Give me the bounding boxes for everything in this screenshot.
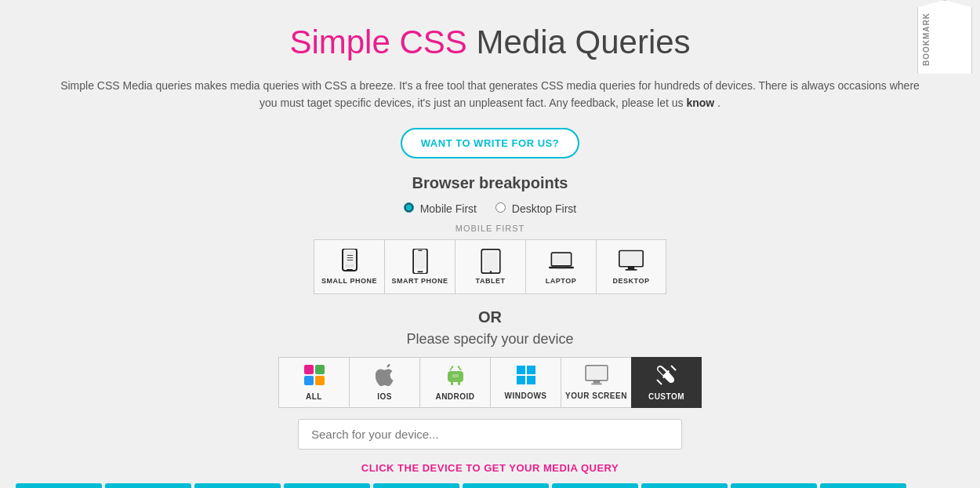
- svg-rect-35: [517, 366, 525, 374]
- svg-rect-37: [517, 376, 525, 384]
- svg-rect-16: [557, 268, 566, 268]
- svg-rect-24: [315, 376, 325, 385]
- os-your-screen-label: YOUR SCREEN: [565, 391, 627, 400]
- svg-text:☰: ☰: [346, 253, 353, 262]
- svg-rect-9: [418, 250, 422, 251]
- os-btn-android[interactable]: ANDROID: [419, 357, 490, 408]
- desktop-label: DESKTOP: [613, 277, 650, 285]
- os-ios-label: IOS: [377, 392, 392, 401]
- cta-button[interactable]: WANT TO WRITE FOR US?: [401, 128, 579, 158]
- os-windows-label: WINDOWS: [504, 391, 546, 400]
- list-item[interactable]: AsusZenBook: [105, 483, 191, 488]
- title-part2: Media Queries: [476, 24, 690, 60]
- laptop-label: LAPTOP: [546, 277, 576, 285]
- svg-rect-20: [625, 269, 637, 271]
- page-title: Simple CSS Media Queries: [16, 24, 964, 61]
- list-item[interactable]: MicrosoftSurface: [194, 483, 281, 488]
- svg-rect-2: [347, 269, 353, 271]
- svg-rect-11: [483, 252, 498, 271]
- svg-rect-36: [527, 366, 535, 374]
- breakpoint-radio-group: Mobile First Desktop First: [16, 202, 964, 216]
- desktop-icon: [619, 249, 644, 274]
- device-search-input[interactable]: [298, 419, 682, 450]
- desktop-first-radio[interactable]: [495, 202, 506, 213]
- windows-icon: [516, 365, 536, 388]
- mobile-first-label[interactable]: Mobile First: [404, 202, 480, 215]
- svg-rect-34: [452, 374, 459, 377]
- os-android-label: ANDROID: [435, 392, 474, 401]
- list-item[interactable]: HP Envy 13: [284, 483, 370, 488]
- smart-phone-label: SMART PHONE: [391, 277, 448, 285]
- svg-rect-7: [414, 252, 425, 268]
- small-phone-label: SMALL PHONE: [321, 277, 377, 285]
- os-custom-label: CUSTOM: [648, 392, 684, 401]
- os-btn-ios[interactable]: IOS: [349, 357, 419, 408]
- svg-rect-38: [527, 376, 535, 384]
- mobile-first-tag: MOBILE FIRST: [16, 224, 964, 233]
- os-filter-group: ALL IOS: [16, 357, 964, 408]
- svg-rect-40: [586, 366, 605, 379]
- os-btn-all[interactable]: ALL: [278, 357, 349, 408]
- desktop-first-label[interactable]: Desktop First: [495, 202, 576, 215]
- svg-rect-8: [417, 271, 423, 272]
- svg-rect-21: [304, 365, 314, 374]
- list-item[interactable]: Dell XPS 139350: [16, 483, 102, 488]
- ios-icon: [376, 364, 394, 389]
- svg-point-32: [451, 366, 452, 367]
- list-item[interactable]: HP Spectre13: [641, 483, 728, 488]
- tablet-btn[interactable]: TABLET: [455, 239, 525, 294]
- os-all-label: ALL: [306, 392, 322, 401]
- list-item[interactable]: MicrosoftSurface Pro: [820, 483, 906, 488]
- device-type-group: ☰ SMALL PHONE SMART PHONE: [16, 239, 964, 294]
- os-btn-windows[interactable]: WINDOWS: [490, 357, 561, 408]
- svg-rect-14: [553, 254, 570, 264]
- svg-point-33: [457, 366, 459, 367]
- svg-rect-23: [304, 376, 314, 385]
- all-icon: [303, 364, 325, 389]
- list-item[interactable]: Dell Inspiron15 7559: [373, 483, 459, 488]
- device-list: Dell XPS 139350 AsusZenBook MicrosoftSur…: [16, 483, 964, 488]
- svg-point-12: [489, 271, 492, 273]
- android-icon: [445, 364, 466, 389]
- tablet-icon: [478, 249, 503, 274]
- smart-phone-btn[interactable]: SMART PHONE: [384, 239, 455, 294]
- or-divider: OR: [16, 308, 964, 326]
- svg-rect-42: [591, 383, 602, 384]
- laptop-icon: [549, 249, 574, 274]
- small-phone-btn[interactable]: ☰ SMALL PHONE: [314, 239, 384, 294]
- svg-rect-41: [593, 381, 600, 383]
- tablet-label: TABLET: [476, 277, 506, 285]
- desktop-btn[interactable]: DESKTOP: [596, 239, 666, 294]
- know-link[interactable]: know: [686, 97, 714, 109]
- smart-phone-icon: [408, 249, 433, 274]
- mobile-first-radio[interactable]: [404, 202, 414, 213]
- os-btn-custom[interactable]: CUSTOM: [631, 357, 702, 408]
- svg-rect-22: [315, 365, 325, 374]
- specify-device-text: Please specify your device: [16, 331, 964, 348]
- svg-rect-19: [628, 267, 634, 269]
- title-part1: Simple CSS: [289, 24, 466, 60]
- your-screen-icon: [585, 365, 608, 388]
- breakpoints-title: Browser breakpoints: [16, 174, 964, 192]
- os-btn-your-screen[interactable]: YOUR SCREEN: [561, 357, 631, 408]
- bookmark-ribbon[interactable]: BOOKMARK: [917, 0, 972, 74]
- small-phone-icon: ☰: [337, 249, 362, 274]
- svg-rect-29: [458, 381, 460, 385]
- svg-line-43: [671, 366, 676, 370]
- svg-line-44: [657, 380, 662, 384]
- description-text: Simple CSS Media queries makes media que…: [59, 77, 921, 112]
- laptop-btn[interactable]: LAPTOP: [525, 239, 596, 294]
- svg-rect-28: [451, 381, 453, 385]
- list-item[interactable]: AsusZenbook: [552, 483, 638, 488]
- list-item[interactable]: Lenovo Yoga710: [463, 483, 549, 488]
- svg-rect-18: [621, 252, 642, 265]
- list-item[interactable]: Lenovo Yoga900: [731, 483, 817, 488]
- custom-icon: [655, 364, 677, 389]
- click-instruction: CLICK THE DEVICE TO GET YOUR MEDIA QUERY: [16, 462, 964, 474]
